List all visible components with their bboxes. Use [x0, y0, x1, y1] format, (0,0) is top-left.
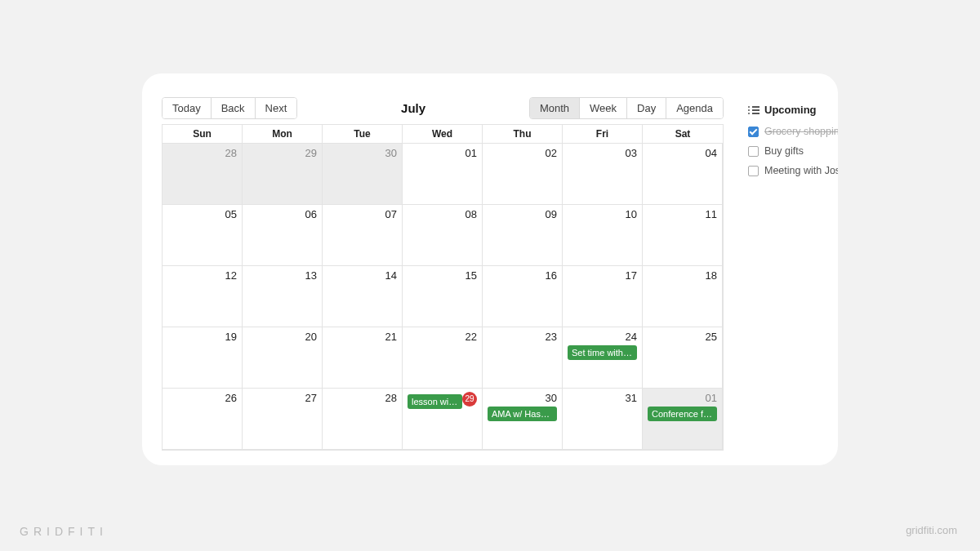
day-number: 28: [167, 147, 237, 159]
day-number: 02: [488, 147, 557, 159]
day-number: 06: [247, 208, 317, 220]
day-cell[interactable]: 01 Conference for ...: [643, 389, 723, 450]
day-cell[interactable]: 06: [243, 205, 323, 266]
day-cell[interactable]: 04: [643, 144, 723, 205]
day-cell[interactable]: 03: [563, 144, 643, 205]
day-cell[interactable]: 09: [483, 205, 563, 266]
day-number: 16: [488, 269, 557, 282]
day-cell[interactable]: 22: [403, 327, 483, 389]
view-day-button[interactable]: Day: [627, 98, 666, 118]
day-cell[interactable]: 20: [243, 327, 323, 389]
month-title: July: [297, 101, 529, 115]
weekday-tue: Tue: [323, 125, 403, 143]
brand-logo-text: GRIDFITI: [20, 525, 108, 538]
day-cell[interactable]: 29: [243, 144, 323, 205]
back-button[interactable]: Back: [212, 98, 256, 118]
day-number: 08: [408, 208, 477, 220]
weekday-wed: Wed: [403, 125, 483, 143]
day-cell[interactable]: 23: [483, 327, 563, 389]
day-cell[interactable]: 10: [563, 205, 643, 266]
calendar-toolbar: Today Back Next July Month Week Day Agen…: [162, 97, 724, 119]
day-cell[interactable]: 14: [323, 266, 403, 327]
day-number: 23: [488, 331, 557, 343]
calendar-event[interactable]: Set time with Li...: [568, 345, 637, 360]
upcoming-panel: Upcoming Grocery shoppin Buy gifts Meeti…: [724, 97, 838, 465]
task-item[interactable]: Meeting with Jos: [748, 165, 838, 176]
day-cell[interactable]: 24 Set time with Li...: [563, 327, 643, 389]
task-label: Grocery shoppin: [764, 126, 838, 137]
calendar-grid: 28 29 30 01 02 03 04 05 06 07 08 09 10 1…: [162, 143, 724, 451]
weekday-sat: Sat: [643, 125, 723, 143]
day-cell[interactable]: 12: [163, 266, 243, 327]
day-cell[interactable]: 30: [323, 144, 403, 205]
day-cell[interactable]: 15: [403, 266, 483, 327]
day-cell[interactable]: 28: [163, 144, 243, 205]
day-cell[interactable]: 21: [323, 327, 403, 389]
day-number: 15: [408, 269, 477, 282]
day-cell[interactable]: 17: [563, 266, 643, 327]
brand-url: gridfiti.com: [906, 524, 957, 536]
checkbox-icon[interactable]: [748, 127, 759, 137]
day-number: 12: [167, 269, 237, 282]
day-number: 26: [167, 392, 237, 404]
day-number: 20: [247, 331, 317, 343]
day-number: 03: [568, 147, 637, 159]
day-cell[interactable]: 26: [163, 389, 243, 450]
weekday-sun: Sun: [163, 125, 243, 143]
day-cell[interactable]: 25: [643, 327, 723, 389]
view-week-button[interactable]: Week: [580, 98, 627, 118]
calendar-event[interactable]: Conference for ...: [648, 407, 717, 421]
day-cell[interactable]: 31: [563, 389, 643, 450]
calendar: Today Back Next July Month Week Day Agen…: [162, 97, 724, 465]
day-number: 29: [247, 147, 317, 159]
day-number: 27: [247, 392, 317, 404]
weekday-mon: Mon: [243, 125, 323, 143]
next-button[interactable]: Next: [256, 98, 297, 118]
day-cell[interactable]: 19: [163, 327, 243, 389]
day-number: 01: [408, 147, 477, 159]
day-cell[interactable]: 29 lesson with Prof...: [403, 389, 483, 450]
day-number: 28: [327, 392, 397, 404]
list-icon: [748, 105, 760, 115]
day-number: 04: [648, 147, 717, 159]
day-number: 13: [247, 269, 317, 282]
day-cell[interactable]: 08: [403, 205, 483, 266]
checkbox-icon[interactable]: [748, 146, 759, 157]
checkbox-icon[interactable]: [748, 166, 759, 176]
day-number: 19: [167, 331, 237, 343]
day-cell[interactable]: 27: [243, 389, 323, 450]
day-cell[interactable]: 11: [643, 205, 723, 266]
task-item[interactable]: Grocery shoppin: [748, 126, 838, 137]
today-badge: 29: [462, 392, 477, 407]
view-agenda-button[interactable]: Agenda: [666, 98, 723, 118]
day-number: 09: [488, 208, 557, 220]
day-number: 11: [648, 208, 717, 220]
day-number: 18: [648, 269, 717, 282]
view-button-group: Month Week Day Agenda: [529, 97, 724, 119]
day-number: 21: [327, 331, 397, 343]
day-cell[interactable]: 05: [163, 205, 243, 266]
today-button[interactable]: Today: [163, 98, 212, 118]
view-month-button[interactable]: Month: [530, 98, 580, 118]
nav-button-group: Today Back Next: [162, 97, 297, 119]
task-item[interactable]: Buy gifts: [748, 145, 838, 157]
day-cell[interactable]: 16: [483, 266, 563, 327]
calendar-event[interactable]: AMA w/ Hasque...: [488, 407, 557, 421]
day-number: 22: [408, 331, 477, 343]
task-label: Buy gifts: [764, 145, 804, 157]
calendar-event[interactable]: lesson with Prof...: [408, 394, 462, 409]
day-cell[interactable]: 30 AMA w/ Hasque...: [483, 389, 563, 450]
day-cell[interactable]: 18: [643, 266, 723, 327]
day-number: 25: [648, 331, 717, 343]
day-cell[interactable]: 13: [243, 266, 323, 327]
upcoming-title: Upcoming: [764, 104, 817, 116]
day-cell[interactable]: 28: [323, 389, 403, 450]
day-number: 05: [167, 208, 237, 220]
day-cell[interactable]: 07: [323, 205, 403, 266]
day-number: 07: [327, 208, 397, 220]
day-number: 17: [568, 269, 637, 282]
day-cell[interactable]: 01: [403, 144, 483, 205]
day-number: 31: [568, 392, 637, 404]
day-cell[interactable]: 02: [483, 144, 563, 205]
weekday-thu: Thu: [483, 125, 563, 143]
